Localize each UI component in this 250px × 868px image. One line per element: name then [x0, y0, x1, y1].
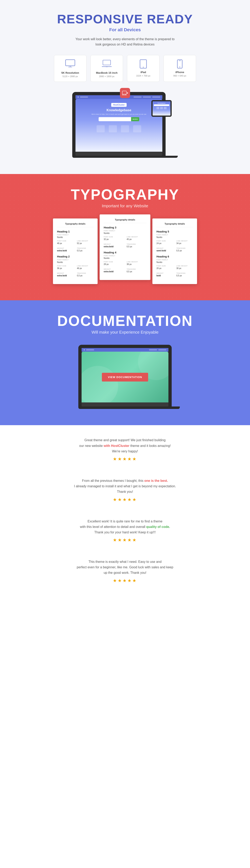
- h4-size-row: FONT SIZE 28 px LINE HEIGHT 38 px: [104, 261, 146, 267]
- phone-icon: [168, 59, 191, 69]
- nav-dot-wide: [80, 96, 88, 98]
- h3-line-height-label: LINE HEIGHT: [127, 236, 146, 238]
- svg-rect-3: [103, 60, 111, 65]
- h1-font-size-label: FONT SIZE: [57, 240, 74, 242]
- device-res-laptop: 2880 × 1800 px: [96, 75, 118, 78]
- doc-nav-wide: [86, 349, 94, 350]
- h4-size-col: FONT SIZE 28 px: [104, 261, 123, 267]
- svg-rect-5: [106, 67, 108, 67]
- h5-weight-col: WEIGHT semi-bold: [156, 247, 173, 254]
- h5-font-family-label: FONT FAMILY: [156, 234, 193, 236]
- doc-nav-dot-1: [84, 349, 85, 350]
- testimonial-1-highlight: with HostCluster: [104, 444, 129, 447]
- h2-line-height-label: LINE HEIGHT: [77, 265, 94, 267]
- testimonial-2-text: From all the previous themes I bought, t…: [24, 478, 226, 495]
- typo-card-3-title: Typography details: [156, 222, 193, 227]
- h3-weight-row: WEIGHT extra-bold TRACKING 0,5 px: [104, 243, 146, 250]
- device-res-tablet: 1024 × 768 px: [132, 74, 154, 77]
- laptop-mockup: HostCluster Knowledgebase We're here to …: [72, 92, 178, 158]
- h1-size-row: FONT SIZE 48 px LINE HEIGHT 52 px: [57, 240, 94, 246]
- testimonial-2-stars: ★★★★★: [24, 497, 226, 502]
- tablet-icon: [132, 59, 154, 69]
- h2-size-row: FONT SIZE 36 px LINE HEIGHT 46 px: [57, 265, 94, 271]
- heading1-label: Heading 1: [57, 230, 94, 233]
- testimonial-3: Excellent work! It is quite rare for me …: [24, 519, 226, 551]
- red-float-icon: [120, 88, 130, 98]
- h6-font-size: 20 px: [156, 267, 173, 270]
- testimonial-2-highlight: one is the best.: [144, 479, 168, 483]
- h1-weight-row: WEIGHT extra-bold TRACKING 0,5 px: [57, 247, 94, 254]
- float-tablet-icon-1: [156, 107, 159, 109]
- h6-lh-col: LINE HEIGHT 30 px: [176, 265, 193, 271]
- h1-lh-col: LINE HEIGHT 52 px: [77, 240, 94, 246]
- h5-tracking-label: TRACKING: [176, 247, 193, 249]
- documentation-subtitle: Will make your Experience Enjoyable: [16, 330, 234, 335]
- h4-lh-col: LINE HEIGHT 38 px: [127, 261, 146, 267]
- h3-weight-col: WEIGHT extra-bold: [104, 243, 123, 250]
- h5-font-size-label: FONT SIZE: [156, 240, 173, 242]
- testimonial-4-stars: ★★★★★: [24, 578, 226, 583]
- h5-weight: semi-bold: [156, 250, 173, 252]
- typo-card-3: Typography details Heading 5 FONT FAMILY…: [152, 218, 197, 284]
- laptop-icons-row: [97, 125, 141, 132]
- h6-line-height-label: LINE HEIGHT: [176, 265, 193, 267]
- testimonial-1-text: Great theme and great support! We just f…: [24, 437, 226, 454]
- typo-card-2-title: Typography details: [104, 218, 146, 223]
- h6-tracking: 0,5 px: [176, 275, 193, 277]
- h4-font-family: Nunito: [104, 257, 146, 259]
- h6-weight-col: WEIGHT bold: [156, 272, 173, 279]
- typo-card-2: Typography details Heading 3 FONT FAMILY…: [100, 214, 150, 280]
- h3-lh-col: LINE HEIGHT 45 px: [127, 236, 146, 242]
- testimonial-1-stars: ★★★★★: [24, 457, 226, 462]
- responsive-section: RESPONSIVE READY For all Devices Your wo…: [0, 0, 250, 174]
- laptop-screen: HostCluster Knowledgebase We're here to …: [75, 99, 162, 152]
- h6-weight-row: WEIGHT bold TRACKING 0,5 px: [156, 272, 193, 279]
- h5-weight-row: WEIGHT semi-bold TRACKING 0,5 px: [156, 247, 193, 254]
- h2-font-family: Nunito: [57, 261, 94, 264]
- h1-font-family: Nunito: [57, 236, 94, 238]
- h4-tracking: 0,5 px: [127, 271, 146, 273]
- doc-laptop-outer: VIEW DOCUMENTATION: [78, 345, 172, 406]
- h2-font-family-label: FONT FAMILY: [57, 259, 94, 261]
- svg-point-9: [179, 67, 180, 67]
- h1-line-height-label: LINE HEIGHT: [77, 240, 94, 242]
- h2-lh-col: LINE HEIGHT 46 px: [77, 265, 94, 271]
- h4-weight-col: WEIGHT extra-bold: [104, 268, 123, 275]
- typo-card-1-title: Typography details: [57, 222, 94, 227]
- float-tablet-title: Knowledgebase: [154, 102, 169, 104]
- heading2-label: Heading 2: [57, 255, 94, 258]
- view-documentation-button[interactable]: VIEW DOCUMENTATION: [102, 373, 148, 381]
- testimonial-3-stars: ★★★★★: [24, 537, 226, 543]
- testimonial-2: From all the previous themes I bought, t…: [24, 478, 226, 510]
- h3-tracking-col: TRACKING 0,5 px: [127, 243, 146, 250]
- testimonial-3-text: Excellent work! It is quite rare for me …: [24, 519, 226, 535]
- typography-subtitle: Important for any Website: [16, 204, 234, 208]
- h2-size-col: FONT SIZE 36 px: [57, 265, 74, 271]
- responsive-title: RESPONSIVE READY: [16, 12, 234, 26]
- device-name-monitor: 5K Resolution: [59, 71, 82, 74]
- h5-line-height-label: LINE HEIGHT: [176, 240, 193, 242]
- h3-tracking: 0,5 px: [127, 246, 146, 248]
- device-card-monitor: 5K Resolution 5120 × 2880 px: [54, 55, 87, 82]
- laptop-foot: [72, 156, 178, 158]
- heading4-label: Heading 4: [104, 251, 146, 254]
- testimonials-section: Great theme and great support! We just f…: [0, 425, 250, 612]
- heading3-label: Heading 3: [104, 226, 146, 229]
- device-card-laptop: MacBook 15 inch 2880 × 1800 px: [91, 55, 123, 82]
- laptop-kb-title: Knowledgebase: [106, 108, 131, 112]
- float-tablet-icon-3: [164, 107, 166, 109]
- h4-font-family-label: FONT FAMILY: [104, 255, 146, 257]
- h2-font-size-label: FONT SIZE: [57, 265, 74, 267]
- h3-weight: extra-bold: [104, 246, 123, 248]
- device-name-laptop: MacBook 15 inch: [96, 71, 118, 74]
- heading6-label: Heading 6: [156, 255, 193, 258]
- doc-laptop-base: [82, 402, 168, 406]
- documentation-section: DOCUMENTATION Will make your Experience …: [0, 300, 250, 425]
- h5-size-col: FONT SIZE 24 px: [156, 240, 173, 246]
- h5-tracking-col: TRACKING 0,5 px: [176, 247, 193, 254]
- h3-font-family: Nunito: [104, 232, 146, 234]
- h4-weight: extra-bold: [104, 271, 123, 273]
- h2-tracking-label: TRACKING: [77, 272, 94, 274]
- typo-card-1: Typography details Heading 1 FONT FAMILY…: [53, 218, 98, 284]
- h1-size-col: FONT SIZE 48 px: [57, 240, 74, 246]
